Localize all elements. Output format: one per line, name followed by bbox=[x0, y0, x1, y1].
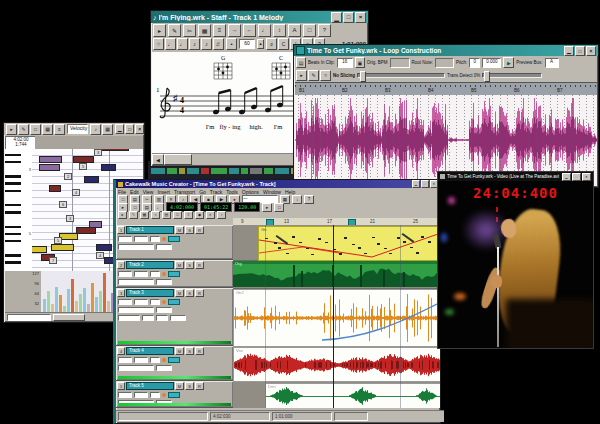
note-tag[interactable]: 5 bbox=[79, 163, 87, 170]
midi-note[interactable] bbox=[84, 176, 99, 183]
velocity-bar[interactable] bbox=[83, 288, 86, 313]
volume-slider[interactable] bbox=[118, 244, 154, 250]
duration-icon[interactable]: ○ bbox=[153, 38, 164, 50]
track-param-box[interactable] bbox=[150, 392, 160, 398]
velocity-bar[interactable] bbox=[47, 291, 50, 313]
piano-roll-ruler[interactable] bbox=[35, 136, 143, 150]
mute-solo-rec-icon[interactable]: S bbox=[185, 261, 194, 269]
toolbar-icon[interactable]: ↕ bbox=[292, 195, 302, 204]
track-param-box[interactable] bbox=[118, 299, 132, 305]
midi-note[interactable] bbox=[96, 244, 112, 251]
piano-roll-tool-icon[interactable]: ≡ bbox=[54, 124, 65, 135]
preview-play-button[interactable]: ▶ bbox=[503, 57, 514, 68]
mute-solo-rec-icon[interactable]: S bbox=[185, 347, 194, 355]
track-param-box[interactable] bbox=[118, 236, 132, 242]
track-param-box[interactable] bbox=[118, 357, 132, 363]
midi-note[interactable] bbox=[73, 156, 94, 163]
toolbar-icon[interactable]: ◆ bbox=[195, 211, 204, 219]
note-tag[interactable]: 7 bbox=[49, 257, 57, 264]
loop-tool-icon[interactable]: ✎ bbox=[308, 70, 319, 81]
midi-note[interactable] bbox=[89, 221, 102, 228]
close-icon[interactable]: × bbox=[355, 12, 366, 23]
track-param-box[interactable] bbox=[118, 392, 132, 398]
mute-solo-rec-icon[interactable]: S bbox=[185, 382, 194, 390]
track-param-box[interactable] bbox=[134, 392, 148, 398]
toolbar-icon[interactable]: ▦ bbox=[140, 211, 149, 219]
track-number[interactable]: 3 bbox=[117, 289, 125, 297]
bpm-icon[interactable]: ▣ bbox=[355, 57, 365, 68]
beats-in-clip-value[interactable]: 16 bbox=[337, 58, 353, 68]
track-number[interactable]: 2 bbox=[117, 261, 125, 269]
staff-tool-icon[interactable]: ♩ bbox=[258, 24, 271, 37]
note-tag[interactable]: 6 bbox=[59, 201, 67, 208]
staff-mode-icon[interactable]: C bbox=[278, 38, 289, 50]
track-name-field[interactable]: Track 5 bbox=[126, 382, 174, 390]
toolbar-icon[interactable]: ▤ bbox=[162, 211, 171, 219]
toolbar-icon[interactable]: ♬ bbox=[206, 211, 215, 219]
volume-slider[interactable] bbox=[118, 365, 154, 371]
pan-knob[interactable] bbox=[162, 237, 166, 241]
track-param-box[interactable] bbox=[118, 271, 132, 277]
track-param-box[interactable] bbox=[150, 236, 160, 242]
track-param-box[interactable] bbox=[156, 307, 172, 313]
track-param-box[interactable] bbox=[170, 315, 186, 321]
track-param-box[interactable] bbox=[134, 357, 148, 363]
white-key[interactable] bbox=[5, 264, 32, 271]
dot-duration-button[interactable]: • bbox=[226, 38, 237, 50]
note-tag[interactable]: 2 bbox=[64, 173, 72, 180]
audio-clip-bursts[interactable]: Drm bbox=[265, 383, 440, 408]
minimize-icon[interactable]: ▁ bbox=[562, 173, 571, 181]
track-param-box[interactable] bbox=[156, 315, 168, 321]
beats-icon[interactable]: ▤ bbox=[296, 57, 306, 68]
note-tag[interactable]: 3 bbox=[66, 215, 74, 222]
piano-roll-tool-icon[interactable]: ▦ bbox=[42, 124, 53, 135]
track-param-box[interactable] bbox=[134, 271, 148, 277]
mute-solo-rec-icon[interactable]: R bbox=[195, 382, 204, 390]
maximize-icon[interactable]: □ bbox=[125, 124, 134, 134]
mute-solo-rec-icon[interactable]: R bbox=[195, 347, 204, 355]
staff-tool-icon[interactable]: □ bbox=[303, 24, 316, 37]
track-param-box[interactable] bbox=[134, 299, 148, 305]
track-number[interactable]: 5 bbox=[117, 382, 125, 390]
toolbar-icon[interactable]: ▸ bbox=[118, 211, 127, 219]
scroll-thumb[interactable] bbox=[164, 154, 192, 165]
track-number[interactable]: 1 bbox=[117, 226, 125, 234]
track-name-field[interactable]: Track 4 bbox=[126, 347, 174, 355]
close-icon[interactable]: × bbox=[582, 173, 591, 181]
velocity-bar[interactable] bbox=[91, 283, 94, 313]
pan-knob[interactable] bbox=[162, 300, 166, 304]
track-param-box[interactable] bbox=[150, 299, 160, 305]
minimize-icon[interactable]: ▁ bbox=[412, 180, 420, 188]
menu-item[interactable]: Window bbox=[263, 189, 281, 195]
volume-slider[interactable] bbox=[118, 307, 154, 313]
volume-slider[interactable] bbox=[118, 279, 154, 285]
toolbar-icon[interactable]: ↕ bbox=[217, 211, 226, 219]
note-tag[interactable]: 4 bbox=[72, 189, 80, 196]
staff-tool-icon[interactable]: ? bbox=[318, 24, 331, 37]
note-tag[interactable]: 4 bbox=[96, 252, 104, 259]
trans-detect-slider[interactable] bbox=[482, 73, 542, 78]
staff-tool-icon[interactable]: ← bbox=[243, 24, 256, 37]
loop-tool-icon[interactable]: ≈ bbox=[320, 70, 331, 81]
mute-solo-rec-icon[interactable]: S bbox=[185, 226, 194, 234]
midi-note[interactable] bbox=[49, 185, 61, 192]
minimize-icon[interactable]: ▁ bbox=[564, 46, 574, 56]
midi-note[interactable] bbox=[101, 149, 129, 151]
track-name-field[interactable]: Track 3 bbox=[126, 289, 174, 297]
track-param-box[interactable] bbox=[150, 271, 160, 277]
midi-note[interactable] bbox=[101, 164, 116, 171]
piano-roll-tool-icon[interactable]: ✎ bbox=[18, 124, 29, 135]
velocity-bar[interactable] bbox=[79, 294, 82, 313]
velocity-bar[interactable] bbox=[103, 273, 106, 313]
track-param-box[interactable] bbox=[156, 244, 172, 250]
minimize-icon[interactable]: ▁ bbox=[331, 12, 342, 23]
toolbar-icon[interactable]: ≈ bbox=[151, 211, 160, 219]
staff-mode-icon[interactable]: ♯ bbox=[266, 38, 277, 50]
slicing-slider[interactable] bbox=[357, 73, 445, 78]
duration-icon[interactable]: ♬ bbox=[213, 38, 224, 50]
note-tag[interactable]: 3 bbox=[94, 149, 102, 156]
midi-note[interactable] bbox=[51, 244, 74, 251]
duration-icon[interactable]: ♩ bbox=[177, 38, 188, 50]
maximize-icon[interactable]: □ bbox=[575, 46, 585, 56]
menu-item[interactable]: Options bbox=[242, 189, 259, 195]
